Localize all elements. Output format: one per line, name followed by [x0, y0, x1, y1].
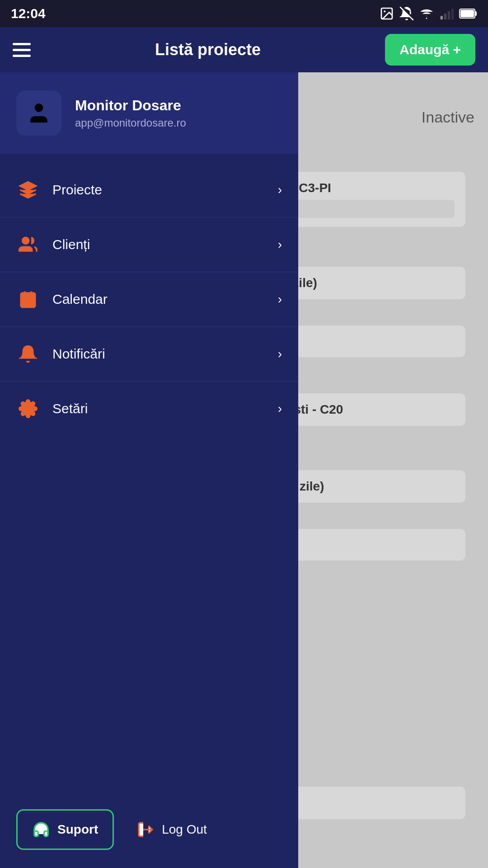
bg-proj-text-6: 00 [282, 538, 455, 552]
calendar-icon [16, 288, 40, 311]
chevron-right-icon-clienti: › [278, 237, 282, 252]
bg-project-5: 22 zile) [271, 470, 465, 503]
bg-project-2: 9 zile) [271, 267, 465, 299]
bg-proj-text-1: - NC3-PI [282, 181, 455, 195]
status-icons [380, 6, 477, 21]
svg-rect-10 [460, 10, 474, 17]
svg-rect-14 [21, 293, 35, 307]
svg-marker-12 [20, 182, 36, 190]
notification-muted-icon [399, 6, 414, 21]
logout-label: Log Out [162, 822, 207, 837]
bg-project-3: 00 [271, 326, 465, 357]
add-project-button[interactable]: Adaugă + [385, 34, 475, 66]
svg-point-3 [426, 18, 427, 19]
svg-point-13 [23, 237, 29, 244]
image-icon [380, 6, 394, 21]
bell-icon [16, 342, 40, 366]
bg-project-6: 00 [271, 529, 465, 561]
svg-rect-5 [444, 14, 446, 19]
user-avatar [16, 90, 61, 136]
battery-icon [459, 7, 477, 20]
user-info: Monitor Dosare app@monitordosare.ro [75, 97, 186, 129]
user-name: Monitor Dosare [75, 97, 186, 114]
user-email: app@monitordosare.ro [75, 117, 186, 129]
notificari-label: Notificări [52, 346, 265, 362]
navigation-drawer: Monitor Dosare app@monitordosare.ro Proi… [0, 72, 298, 868]
hamburger-menu-button[interactable] [13, 43, 31, 57]
svg-point-1 [384, 10, 385, 12]
header-bar: Listă proiecte Adaugă + [0, 27, 488, 72]
proiecte-label: Proiecte [52, 182, 265, 198]
users-icon [16, 233, 40, 256]
chevron-right-icon-calendar: › [278, 292, 282, 307]
bg-project-1: - NC3-PI [271, 172, 465, 227]
chevron-right-icon-proiecte: › [278, 183, 282, 197]
bg-proj-text-2: 9 zile) [282, 276, 455, 290]
chevron-right-icon-setari: › [278, 401, 282, 416]
drawer-bottom-actions: Suport Log Out [0, 796, 298, 868]
user-profile-section: Monitor Dosare app@monitordosare.ro [0, 72, 298, 154]
suport-button[interactable]: Suport [16, 809, 114, 850]
chevron-right-icon-notificari: › [278, 347, 282, 361]
inactive-label: Inactive [422, 108, 474, 126]
layers-icon [16, 178, 40, 202]
logout-button[interactable]: Log Out [127, 811, 216, 849]
signal-off-icon [439, 6, 454, 21]
bg-project-4: resti - C20 [271, 393, 465, 426]
gear-icon [16, 397, 40, 420]
svg-rect-4 [441, 16, 443, 19]
status-bar: 12:04 [0, 0, 488, 27]
bg-proj-text-3: 00 [282, 335, 455, 349]
calendar-label: Calendar [52, 292, 265, 307]
bg-proj-text-4: resti - C20 [282, 402, 455, 417]
svg-point-11 [35, 104, 43, 112]
sidebar-item-proiecte[interactable]: Proiecte › [0, 163, 298, 217]
setari-label: Setări [52, 401, 265, 416]
bg-project-7: - [271, 787, 465, 819]
wifi-icon [419, 6, 434, 21]
nav-items-list: Proiecte › Clienți › [0, 154, 298, 796]
suport-label: Suport [57, 822, 98, 837]
sidebar-item-clienti[interactable]: Clienți › [0, 217, 298, 272]
svg-rect-6 [448, 11, 450, 20]
page-title: Listă proiecte [155, 40, 261, 59]
bg-proj-text-5: 22 zile) [282, 479, 455, 494]
clienti-label: Clienți [52, 237, 265, 252]
svg-rect-7 [451, 9, 454, 19]
headphones-icon [32, 821, 50, 839]
logout-icon [136, 821, 155, 839]
bg-proj-text-7: - [282, 796, 455, 810]
svg-rect-9 [475, 11, 477, 16]
status-time: 12:04 [11, 6, 46, 21]
sidebar-item-notificari[interactable]: Notificări › [0, 327, 298, 382]
sidebar-item-calendar[interactable]: Calendar › [0, 272, 298, 327]
person-icon [26, 100, 52, 126]
sidebar-item-setari[interactable]: Setări › [0, 382, 298, 436]
